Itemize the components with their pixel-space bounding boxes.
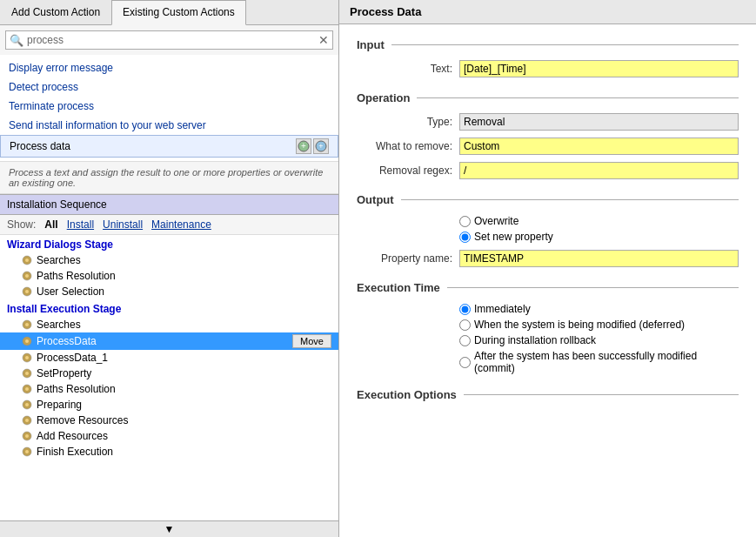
svg-point-25	[25, 434, 29, 438]
icon-btn-add-to-sequence[interactable]: +	[296, 138, 311, 154]
search-box: 🔍 ✕	[5, 30, 333, 50]
tree-item-process-data-label: ProcessData	[37, 335, 97, 347]
input-section-title: Input	[357, 38, 739, 51]
tab-existing-custom-actions[interactable]: Existing Custom Actions	[111, 0, 246, 25]
rollback-label: During installation rollback	[474, 334, 596, 346]
installation-sequence-header: Installation Sequence	[0, 194, 338, 215]
show-all[interactable]: All	[44, 218, 57, 231]
tree-item-paths-resolution-2[interactable]: Paths Resolution	[0, 381, 338, 397]
show-install[interactable]: Install	[67, 218, 94, 231]
gear-icon-set-property	[21, 367, 33, 379]
input-text-label: Text:	[357, 63, 452, 75]
tree-item-process-data[interactable]: ProcessData Move	[0, 332, 338, 350]
overwrite-label: Overwrite	[474, 215, 518, 227]
tree-item-preparing[interactable]: Preparing	[0, 397, 338, 413]
input-text-field[interactable]	[459, 60, 739, 77]
execution-time-section-title: Execution Time	[357, 281, 739, 294]
search-input[interactable]	[27, 34, 318, 46]
rollback-radio[interactable]	[459, 335, 471, 346]
property-name-field[interactable]	[459, 250, 739, 267]
output-section-title: Output	[357, 193, 739, 206]
property-name-row: Property name:	[357, 250, 739, 267]
gear-icon-user-selection	[21, 285, 33, 298]
action-item-detect-process[interactable]: Detect process	[0, 77, 338, 97]
removal-regex-label: Removal regex:	[357, 164, 452, 177]
right-panel-title: Process Data	[339, 0, 756, 24]
tree-item-set-property[interactable]: SetProperty	[0, 366, 338, 381]
operation-type-label: Type:	[357, 116, 452, 128]
tree-item-process-data-1-label: ProcessData_1	[37, 352, 108, 364]
show-uninstall[interactable]: Uninstall	[103, 218, 143, 231]
gear-icon-finish-execution	[21, 446, 33, 458]
gear-icon-add-resources	[21, 430, 33, 442]
action-item-display-error[interactable]: Display error message	[0, 58, 338, 77]
commit-radio[interactable]	[459, 357, 471, 368]
execution-time-radio-group: Immediately When the system is being mod…	[459, 303, 739, 374]
commit-radio-item: After the system has been successfully m…	[459, 350, 739, 374]
operation-section-title: Operation	[357, 91, 739, 104]
scroll-down-arrow[interactable]: ▼	[0, 520, 338, 537]
what-to-remove-field[interactable]	[459, 138, 739, 155]
show-label: Show:	[7, 218, 36, 231]
svg-point-27	[25, 450, 29, 453]
deferred-radio-item: When the system is being modified (defer…	[459, 319, 739, 331]
svg-point-15	[25, 356, 29, 359]
input-text-row: Text:	[357, 60, 739, 77]
icon-btn-configure[interactable]: +	[313, 138, 329, 154]
right-panel: Process Data Input Text: Operation Type:…	[339, 0, 756, 537]
search-area: 🔍 ✕	[0, 25, 338, 55]
tab-bar: Add Custom Action Existing Custom Action…	[0, 0, 338, 25]
removal-regex-field[interactable]	[459, 162, 739, 179]
tree-item-remove-resources-label: Remove Resources	[37, 414, 128, 426]
operation-type-field[interactable]	[459, 113, 739, 131]
tree-item-finish-execution-label: Finish Execution	[37, 446, 113, 458]
tree-item-remove-resources[interactable]: Remove Resources	[0, 413, 338, 428]
svg-point-11	[25, 323, 29, 326]
what-to-remove-label: What to remove:	[357, 140, 452, 152]
rollback-radio-item: During installation rollback	[459, 334, 739, 346]
deferred-radio[interactable]	[459, 319, 471, 331]
tab-add-custom-action[interactable]: Add Custom Action	[0, 0, 111, 24]
tree-item-process-data-1[interactable]: ProcessData_1	[0, 350, 338, 366]
tree-item-user-selection-label: User Selection	[37, 285, 104, 298]
action-item-send-install-info[interactable]: Send install information to your web ser…	[0, 116, 338, 135]
removal-regex-row: Removal regex:	[357, 162, 739, 179]
tree-item-finish-execution[interactable]: Finish Execution	[0, 444, 338, 460]
gear-icon-searches-1	[21, 254, 33, 266]
set-new-property-radio[interactable]	[459, 232, 471, 243]
svg-point-5	[25, 258, 29, 262]
commit-label: After the system has been successfully m…	[474, 350, 739, 374]
right-panel-content: Input Text: Operation Type: What to remo…	[339, 24, 756, 424]
action-list: Display error message Detect process Ter…	[0, 55, 338, 162]
tree-item-searches-2[interactable]: Searches	[0, 317, 338, 332]
svg-text:+: +	[318, 142, 323, 151]
tree-item-add-resources[interactable]: Add Resources	[0, 428, 338, 444]
tree-item-user-selection[interactable]: User Selection	[0, 284, 338, 299]
move-button[interactable]: Move	[292, 334, 331, 348]
tree-item-paths-resolution-2-label: Paths Resolution	[37, 383, 116, 395]
immediately-radio[interactable]	[459, 304, 471, 315]
gear-icon-paths-1	[21, 270, 33, 282]
gear-icon-preparing	[21, 399, 33, 411]
overwrite-radio[interactable]	[459, 216, 471, 227]
deferred-label: When the system is being modified (defer…	[474, 319, 685, 331]
svg-point-7	[25, 274, 29, 278]
gear-icon-remove-resources	[21, 414, 33, 426]
gear-icon-process-data	[21, 335, 33, 347]
gear-icon-process-data-1	[21, 352, 33, 364]
action-item-process-data[interactable]: Process data + +	[0, 135, 338, 158]
install-execution-stage-header: Install Execution Stage	[0, 299, 338, 317]
action-item-terminate-process[interactable]: Terminate process	[0, 97, 338, 116]
show-maintenance[interactable]: Maintenance	[151, 218, 211, 231]
tree-item-searches-2-label: Searches	[37, 319, 81, 331]
svg-text:+: +	[301, 141, 306, 151]
clear-search-button[interactable]: ✕	[318, 33, 329, 47]
tree-item-searches-1[interactable]: Searches	[0, 252, 338, 268]
immediately-radio-item: Immediately	[459, 303, 739, 315]
tree-item-preparing-label: Preparing	[37, 399, 82, 411]
svg-point-19	[25, 387, 29, 391]
svg-point-21	[25, 403, 29, 406]
execution-options-section-title: Execution Options	[357, 388, 739, 401]
tree-item-paths-resolution-1[interactable]: Paths Resolution	[0, 268, 338, 284]
wizard-dialogs-stage-header: Wizard Dialogs Stage	[0, 235, 338, 252]
